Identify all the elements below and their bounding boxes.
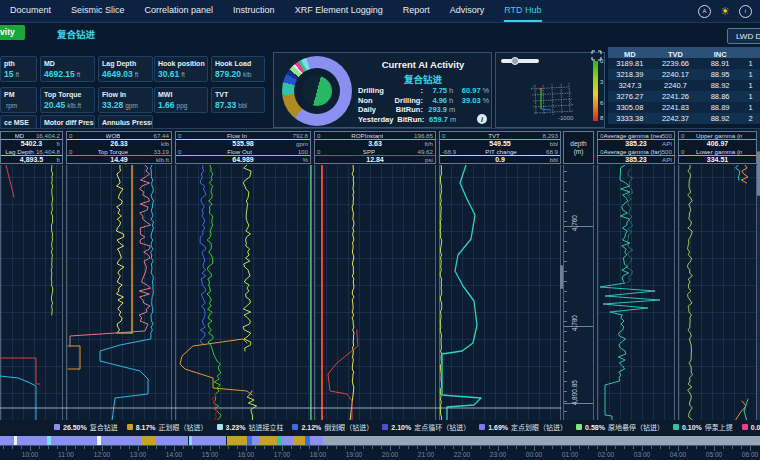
log-display-area: depth (m) 4,7604,7804,800.85 MD16,404.25… — [0, 128, 760, 421]
nav-item-report[interactable]: Report — [403, 0, 430, 22]
depth-minor-tick — [564, 411, 567, 412]
track-value-row: 535.98gpm — [176, 140, 310, 148]
timeline-tick — [228, 446, 229, 449]
info-icon[interactable]: i — [477, 114, 487, 124]
timeline-tick — [309, 446, 310, 449]
track-header-gamma-average[interactable]: 0Average gamma (near)500385.23API0Averag… — [597, 131, 675, 164]
zoom-slider[interactable] — [501, 59, 539, 63]
table-row[interactable]: 3189.812239.6688.911 — [608, 58, 760, 69]
curve-unit: % — [302, 156, 308, 164]
timeline-segment — [282, 436, 293, 445]
legend-item[interactable]: 2.10%定点循环（钻进） — [382, 422, 470, 432]
curve-label: Average gamma (near) — [603, 132, 661, 139]
timeline-hour-label: 17:00 — [274, 451, 290, 458]
depth-minor-tick — [564, 291, 567, 292]
track-header-md[interactable]: MD16,404.25402.3ftLag Depth16,404.84,893… — [0, 131, 63, 164]
curve-label: MD — [15, 132, 25, 139]
depth-minor-tick — [564, 391, 567, 392]
metric-unit: ft — [15, 71, 19, 78]
curve-value: 406.97 — [707, 140, 728, 148]
table-cell: 3247.3 — [608, 81, 652, 90]
nav-item-advisory[interactable]: Advisory — [450, 0, 485, 22]
circled-a-icon[interactable]: A — [698, 5, 711, 18]
timeline-tick — [453, 446, 454, 449]
curve-value: 12.84 — [366, 156, 384, 164]
nav-item-rtd-hub[interactable]: RTD Hub — [504, 0, 541, 22]
timeline-segment — [141, 436, 156, 445]
legend-item[interactable]: 26.50%复合钻进 — [54, 422, 118, 432]
track-header-tvt[interactable]: 0TVT8,293549.55bbl-68.9PIT change68.90.9… — [439, 131, 561, 164]
metric-unit: gpm — [125, 102, 138, 109]
track-scale-row: 0SPP49.62 — [315, 148, 435, 156]
activity-tab-badge[interactable]: Activity — [0, 25, 25, 40]
track-scale-row: 0ROPInstant196.85 — [315, 132, 435, 140]
timeline-hour-label: 11:00 — [58, 451, 74, 458]
legend-item[interactable]: 2.12%倒划眼（钻进） — [292, 422, 373, 432]
theme-sun-icon[interactable]: ☀ — [720, 6, 730, 17]
curve-label: Flow Out — [227, 148, 252, 155]
table-row[interactable]: 3305.082241.8388.891 — [608, 102, 760, 113]
timeline-tick — [669, 446, 670, 449]
track-value-row: 12.84psi — [315, 156, 435, 164]
info-circle-icon[interactable]: i — [739, 5, 752, 18]
depth-minor-tick — [564, 201, 567, 202]
timeline-tick — [588, 446, 589, 449]
timeline-tick — [435, 446, 436, 449]
legend-item[interactable]: 0.10%停泵上提 — [673, 422, 733, 432]
nav-item-instruction[interactable]: Instruction — [233, 0, 275, 22]
curve-unit: psi — [425, 156, 433, 164]
nav-item-xrf-element-logging[interactable]: XRF Element Logging — [295, 0, 383, 22]
track-header-rop-spp[interactable]: 0ROPInstant196.853.63ft/h0SPP49.6212.84p… — [314, 131, 436, 164]
track-header-wob-torque[interactable]: 0WOB67.4426.33klb0Top Torque33.1914.49kl… — [66, 131, 172, 164]
ai-activity-donut-chart[interactable] — [282, 56, 352, 126]
timeline-hour-label: 01:00 — [562, 451, 578, 458]
table-cell: 3333.38 — [608, 114, 652, 123]
timeline-tick — [480, 446, 481, 449]
legend-item[interactable]: 8.17%正划眼（钻进） — [127, 422, 208, 432]
timeline-tick — [552, 446, 553, 449]
table-row[interactable]: 3218.392240.1788.951 — [608, 69, 760, 80]
timeline-tick — [741, 446, 742, 449]
track-header-gamma-updown[interactable]: 0Upper gamma (n406.970Lower gamma (n334.… — [678, 131, 757, 164]
legend-item[interactable]: 1.69%定点划眼（钻进） — [479, 422, 567, 432]
legend-item[interactable]: 3.23%钻进接立柱 — [217, 422, 284, 432]
nav-item-document[interactable]: Document — [10, 0, 51, 22]
timeline-tick — [264, 446, 265, 449]
timeline-tick — [687, 446, 688, 449]
table-row[interactable]: 3276.272241.2688.861 — [608, 91, 760, 102]
nav-item-seismic-slice[interactable]: Seismic Slice — [71, 0, 125, 22]
ai-stat-row: DailyBitRun:293.9m — [358, 105, 490, 115]
divider-scroll-handle[interactable] — [560, 265, 563, 289]
curve-value: 549.55 — [489, 140, 510, 148]
depth-minor-tick — [564, 401, 567, 402]
track-header-flow[interactable]: 0Flow In792.8535.98gpm0Flow Out10064.989… — [175, 131, 311, 164]
table-row[interactable]: 3247.32240.788.921 — [608, 80, 760, 91]
lwd-data-button[interactable]: LWD Data — [727, 28, 760, 44]
timeline-hour-label: 06:00 — [742, 451, 758, 458]
table-row[interactable]: 3333.382242.3788.922 — [608, 113, 760, 124]
curve-unit: bbl — [550, 140, 558, 149]
table-cell: 88.95 — [699, 70, 741, 79]
survey-table: MDTVDINC3189.812239.6688.9113218.392240.… — [608, 47, 760, 130]
nav-item-correlation-panel[interactable]: Correlation panel — [145, 0, 214, 22]
timeline-hour-label: 04:00 — [670, 451, 686, 458]
legend-label: 原地悬停（钻进） — [608, 422, 664, 432]
timeline-hour-label: 03:00 — [634, 451, 650, 458]
legend-item[interactable]: 0.58%原地悬停（钻进） — [576, 422, 664, 432]
metric-card-mwi: MWI1.66ppg — [154, 87, 208, 113]
legend-item[interactable]: 0.09%停泵下放 — [742, 422, 760, 432]
table-cell: 1 — [741, 59, 760, 68]
timeline-tick — [516, 446, 517, 449]
table-cell: 2239.66 — [652, 59, 700, 68]
timeline-segment — [252, 436, 260, 445]
curve-unit: bbl — [550, 156, 558, 164]
current-mode-label: 复合钻进 — [57, 27, 95, 41]
activity-timeline-bar[interactable] — [0, 436, 760, 445]
timeline-tick — [660, 446, 661, 449]
legend-percent: 0.58% — [585, 424, 605, 431]
legend-color-swatch — [382, 424, 388, 430]
table-cell: 2241.26 — [652, 92, 700, 101]
zoom-slider-knob[interactable] — [511, 57, 519, 65]
timeline-hour-label: 23:00 — [490, 451, 506, 458]
depth-minor-tick — [564, 171, 567, 172]
